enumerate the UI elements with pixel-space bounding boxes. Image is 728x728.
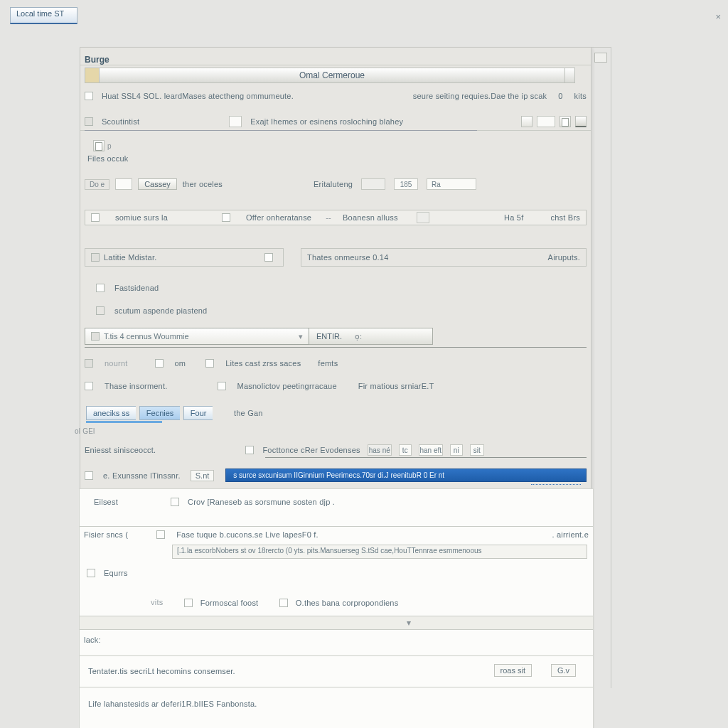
- long-readout: [.1.la escorbNobers st ov 18rercto (0 yt…: [172, 545, 587, 559]
- res-m4: ni: [450, 444, 463, 456]
- panel-caption: Burge: [85, 55, 109, 65]
- dec-check[interactable]: [171, 498, 179, 506]
- host-check-icon[interactable]: [85, 92, 93, 100]
- n-check-b[interactable]: [184, 599, 193, 607]
- combo-value: T.tis 4 cennus Woummie: [104, 332, 189, 341]
- scout-row: Scoutintist Exajt Ihemes or esinens rosl…: [85, 116, 587, 127]
- cell-a[interactable]: Latitie Mdistar.: [85, 248, 284, 267]
- n-check-c[interactable]: [279, 599, 288, 607]
- term-text: Tentater.tis secriLt hecomins consemser.: [88, 667, 235, 675]
- enter-button[interactable]: ENTIR. ọ:: [309, 328, 433, 345]
- fast-label: Fastsidenad: [114, 284, 159, 292]
- lines-mid: om: [175, 359, 186, 368]
- n-b: Formoscal foost: [200, 599, 259, 607]
- gel-label: ol GEl: [75, 427, 95, 435]
- picker-after: ther oceles: [183, 180, 223, 188]
- lines-check-a[interactable]: [85, 359, 93, 368]
- combo-select[interactable]: T.tis 4 cennus Woummie ▾: [85, 328, 309, 345]
- dec-text: Crov [Raneseb as sorsmune sosten djp .: [188, 498, 335, 506]
- divider-accent: [85, 130, 477, 131]
- strip-check-b[interactable]: [222, 213, 230, 222]
- tab-a[interactable]: aneciks ss: [86, 406, 136, 420]
- strip-b: Offer onheratanse: [246, 213, 311, 222]
- scout-check-icon[interactable]: [85, 117, 93, 126]
- window-tab[interactable]: Local time ST: [10, 7, 77, 24]
- scout-icon-end[interactable]: [575, 116, 587, 127]
- cell-b[interactable]: Thates onmeurse 0.14 Airuputs.: [301, 248, 587, 267]
- res-m3[interactable]: han eft: [419, 444, 443, 456]
- tabs-underline: [86, 421, 213, 423]
- strip-check-a[interactable]: [91, 213, 100, 222]
- strip-a: somiue surs la: [115, 213, 168, 222]
- title-text: Omal Cermeroue: [100, 70, 564, 80]
- combo-row: T.tis 4 cennus Woummie ▾ ENTIR. ọ:: [85, 328, 587, 345]
- cell-b-right: Airuputs.: [548, 253, 580, 262]
- ex-row: e. Exunssne lTinssnr. S.nt s surce sxcun…: [85, 469, 587, 482]
- strip-num[interactable]: [417, 212, 429, 223]
- lines-check-b[interactable]: [155, 359, 164, 368]
- ex-chip[interactable]: S.nt: [191, 470, 215, 481]
- strip-c: Boanesn alluss: [343, 213, 398, 222]
- footer-button-a[interactable]: roas sit: [494, 664, 532, 677]
- tab-b[interactable]: Fecnies: [139, 406, 181, 420]
- equrrs-check[interactable]: [87, 569, 95, 577]
- scout-mid: Exajt Ihemes or esinens rosloching blahe…: [250, 117, 403, 126]
- dist-box-c[interactable]: Ra: [427, 178, 476, 190]
- divider: [85, 347, 587, 348]
- footer-button-b[interactable]: G.v: [551, 664, 576, 677]
- dist-box-b[interactable]: 185: [394, 178, 418, 190]
- cell-row: Latitie Mdistar. Thates onmeurse 0.14 Ai…: [85, 248, 587, 267]
- cassey-button[interactable]: Cassey: [138, 178, 177, 190]
- dist-label: Eritaluteng: [314, 180, 353, 188]
- cell-a-marker: [91, 253, 100, 262]
- lower-white-panel: Eilsest Crov [Raneseb as sorsmune sosten…: [79, 488, 594, 728]
- close-icon[interactable]: ×: [715, 11, 721, 22]
- segmented-tabs: aneciks ss Fecnies Four: [86, 406, 213, 422]
- trans-left: Thase insorment.: [105, 382, 168, 390]
- picker-left-chip[interactable]: Do e: [85, 179, 109, 190]
- window-tab-label: Local time ST: [16, 9, 64, 18]
- cell-b-text: Thates onmeurse 0.14: [307, 253, 388, 262]
- lack-label: lack:: [84, 636, 101, 644]
- fast-check[interactable]: [96, 284, 105, 292]
- right-handle-box: [594, 53, 607, 63]
- caret-down-icon[interactable]: ▾: [407, 618, 411, 628]
- picker-row: Do e Cassey ther oceles Eritaluteng 185 …: [85, 178, 587, 190]
- res-m2: tc: [399, 444, 412, 456]
- trans-check-b[interactable]: [218, 382, 226, 390]
- check-strip: somiue surs la Offer onheratanse -- Boan…: [85, 210, 587, 225]
- main-panel: Burge Omal Cermeroue Huat SSL4 SOL. lear…: [80, 47, 592, 728]
- files-p: p: [107, 142, 112, 150]
- ex-check[interactable]: [85, 471, 93, 480]
- enter-label: ENTIR.: [316, 332, 342, 341]
- scut-label: scutum aspende piastend: [114, 306, 207, 315]
- picker-gap-input[interactable]: [115, 178, 132, 190]
- tab-c[interactable]: Four: [183, 406, 213, 420]
- scout-mini-input[interactable]: [229, 116, 242, 127]
- divider: [80, 65, 591, 65]
- track-bar: ▾: [80, 616, 593, 630]
- res-m1[interactable]: has né: [368, 444, 392, 456]
- scout-icon-a[interactable]: [521, 116, 532, 127]
- divider: [80, 526, 593, 527]
- result-box-label: Focttonce cRer Evodenses: [262, 446, 360, 454]
- face-a: Fisier sncs (: [84, 530, 128, 539]
- page-icon[interactable]: [560, 116, 571, 127]
- scout-input-b[interactable]: [537, 116, 555, 127]
- lines-left: nournt: [105, 359, 128, 368]
- trans-check-a[interactable]: [85, 382, 93, 390]
- face-check[interactable]: [156, 530, 165, 539]
- cell-a-check[interactable]: [264, 253, 273, 262]
- dist-box-a[interactable]: [361, 178, 385, 190]
- scut-check[interactable]: [96, 306, 105, 315]
- combo-marker: [91, 332, 100, 341]
- lines-right2: femts: [318, 359, 338, 368]
- host-right-text: seure seiting requies.Dae the ip scak: [413, 92, 547, 100]
- tabs-after: the Gan: [234, 409, 263, 417]
- trans-row: Thase insorment. Masnolictov peetingrrac…: [85, 382, 587, 390]
- lines-check-c[interactable]: [205, 359, 214, 368]
- result-left: Eniesst sinisceocct.: [85, 446, 156, 454]
- face-c: . airrient.e: [552, 530, 589, 539]
- result-check[interactable]: [245, 446, 254, 454]
- title-bar: Omal Cermeroue: [85, 68, 575, 83]
